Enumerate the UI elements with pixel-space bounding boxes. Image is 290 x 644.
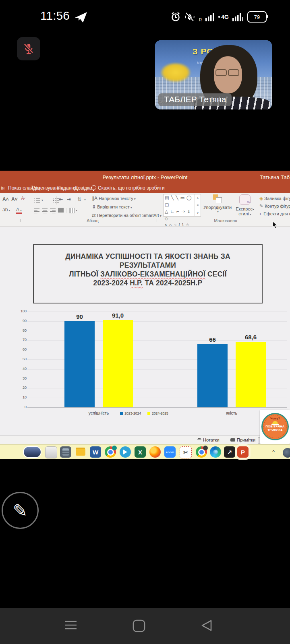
- y-axis-tick: 90: [16, 319, 27, 323]
- line-spacing-button[interactable]: ⇅: [77, 196, 81, 202]
- shrink-font-button[interactable]: A˅: [11, 196, 18, 202]
- slide-title-line-2: РЕЗУЛЬТАТАМИ: [34, 261, 262, 270]
- tab-help[interactable]: Довідка: [75, 185, 92, 191]
- slide-title-line-1: ДИНАМІКА УСПІШНОСТІ ТА ЯКОСТІ ЗНАНЬ ЗА: [34, 252, 262, 261]
- status-icons: R 4G 79: [171, 10, 267, 23]
- tell-me-box[interactable]: Скажіть, що потрібно зробити: [98, 185, 165, 191]
- paragraph-dialog-launcher[interactable]: [154, 219, 157, 222]
- gridline: [27, 312, 287, 312]
- y-axis-tick: 60: [16, 347, 27, 351]
- pencil-icon: ✎: [13, 500, 28, 521]
- taskbar-icon-stocks[interactable]: ↗: [224, 446, 235, 458]
- convert-smartart-button[interactable]: ⇄ Перетворити на об'єкт SmartArt▾: [92, 213, 162, 218]
- decrease-indent-button[interactable]: ⇤: [59, 196, 63, 202]
- shape-outline-button[interactable]: ✎ Контур фігур: [259, 203, 290, 209]
- clock: 11:56: [40, 9, 70, 23]
- bar-data-label: 91,0: [103, 312, 133, 319]
- taskbar-icon-chrome-teal-badge[interactable]: [105, 446, 116, 458]
- comments-button[interactable]: Примітки: [230, 438, 255, 442]
- mic-muted-button[interactable]: [17, 37, 40, 60]
- alert-text-line-2: ТРИВОГА: [263, 428, 288, 432]
- alert-question: Чому?: [263, 417, 288, 420]
- bar-2024-2025-успішність: [103, 320, 133, 407]
- shapes-row-2[interactable]: △ ∟ ⌐ ⇒ ⇓ ◇: [165, 208, 194, 222]
- taskbar-icon-label: X: [138, 449, 142, 456]
- annotate-pencil-button[interactable]: ✎: [2, 492, 39, 529]
- line-spacing-caret[interactable]: ▾: [84, 198, 86, 201]
- participant-video-tile[interactable]: З РОКИ Р Мелітопольського держа імені Бо…: [155, 40, 272, 109]
- bullets-button[interactable]: [34, 198, 40, 203]
- powerpoint-status-bar: Нотатки Примітки: [0, 436, 290, 445]
- legend-swatch: [147, 412, 150, 415]
- text-highlight-button[interactable]: ab▾: [2, 207, 10, 213]
- shapes-gallery[interactable]: ▤ ╲ ╲ ▭ ◯ ▢ △ ∟ ⌐ ⇒ ⇓ ◇ ϶ ∩ ~ { } ☆ ∧ ≡ …: [163, 194, 201, 217]
- bar-data-label: 90: [64, 313, 95, 320]
- y-axis-tick: 100: [16, 309, 27, 313]
- group-label-drawing: Малювання: [193, 218, 258, 223]
- taskbar-icon-label: W: [93, 449, 98, 456]
- signal-bars-1: [205, 12, 214, 21]
- ribbon-tab-bar: ія Показ слайдів Рецензування Подання До…: [0, 184, 290, 193]
- slide-title-box[interactable]: ДИНАМІКА УСПІШНОСТІ ТА ЯКОСТІ ЗНАНЬ ЗА Р…: [33, 244, 263, 303]
- participant-name-label: ТАБЛЕР Тетяна: [158, 93, 232, 106]
- taskbar-icon-snipping-tool[interactable]: ✂: [180, 446, 192, 458]
- increase-indent-button[interactable]: ⇥: [67, 196, 71, 202]
- shape-effects-icon: ◐: [259, 211, 262, 217]
- shapes-row-1[interactable]: ▤ ╲ ╲ ▭ ◯ ▢: [165, 194, 194, 208]
- taskbar-icon-calculator[interactable]: [60, 446, 71, 458]
- tab-animation-truncated[interactable]: ія: [1, 185, 4, 191]
- columns-button[interactable]: [69, 208, 75, 213]
- scroll-more-icon[interactable]: ≡: [197, 204, 199, 207]
- taskbar-icon-chrome-dark-badge[interactable]: [196, 446, 207, 458]
- back-button[interactable]: [200, 619, 213, 632]
- taskbar-icon-start-weather[interactable]: [23, 446, 41, 458]
- android-navbar: [0, 608, 290, 644]
- home-button[interactable]: [132, 619, 146, 633]
- taskbar-icon-powerpoint[interactable]: P: [237, 446, 249, 458]
- legend-swatch: [120, 412, 123, 415]
- align-right-button[interactable]: [50, 208, 56, 213]
- taskbar-icon-zoom[interactable]: zoom: [164, 446, 176, 458]
- comments-icon: [230, 438, 235, 442]
- tab-view[interactable]: Подання: [57, 185, 77, 191]
- arrange-button[interactable]: Упорядкувати ▾: [203, 193, 232, 213]
- scroll-down-icon[interactable]: ∨: [197, 211, 199, 215]
- y-axis-tick: 30: [16, 376, 27, 380]
- recents-button[interactable]: [64, 619, 78, 631]
- taskbar-icon-firefox[interactable]: [149, 446, 161, 458]
- taskbar-icon-app-box[interactable]: [45, 446, 57, 458]
- shape-effects-button[interactable]: ◐ Ефекти для ф: [259, 211, 290, 217]
- participant-glasses: [215, 69, 240, 75]
- taskbar-icon-edge[interactable]: [210, 446, 221, 458]
- tray-chevron-icon[interactable]: ^: [272, 449, 275, 455]
- taskbar-icon-excel[interactable]: X: [135, 446, 146, 458]
- clear-formatting-button[interactable]: A̷: [21, 196, 24, 201]
- columns-caret[interactable]: ▾: [76, 208, 77, 212]
- bar-data-label: 66: [197, 336, 228, 343]
- notes-button[interactable]: Нотатки: [197, 438, 220, 442]
- shape-fill-button[interactable]: ◈ Заливка фігур: [259, 196, 290, 201]
- air-raid-alert-widget[interactable]: Чому? ПОВІТРЯНА ТРИВОГА: [260, 410, 290, 444]
- taskbar-icon-telegram[interactable]: [120, 446, 131, 458]
- taskbar-icon-folder[interactable]: [75, 446, 86, 458]
- bullets-caret[interactable]: ▾: [41, 198, 43, 202]
- justify-button[interactable]: [58, 208, 64, 213]
- slide-title-line-3: ЛІТНЬОЇ ЗАЛІКОВО-ЕКЗАМЕНАЦІЙНОЇ СЕСІЇ: [34, 270, 262, 279]
- align-center-button[interactable]: [42, 208, 48, 213]
- tray-app-icon[interactable]: [283, 448, 290, 458]
- grow-font-button[interactable]: A˄: [2, 196, 9, 202]
- taskbar-icon-word[interactable]: W: [90, 446, 101, 458]
- align-left-button[interactable]: [34, 208, 39, 213]
- font-color-button[interactable]: A▾: [16, 207, 22, 214]
- shapes-gallery-scroll[interactable]: ∧ ≡ ∨: [195, 194, 201, 216]
- quick-styles-button[interactable]: Експрес- стилі▾: [233, 193, 257, 216]
- y-axis-tick: 80: [16, 328, 27, 332]
- taskbar-icon-label: zoom: [166, 450, 174, 454]
- text-direction-button[interactable]: ∥A Напрямок тексту▾: [92, 196, 136, 201]
- scroll-up-icon[interactable]: ∧: [197, 196, 199, 200]
- align-text-button[interactable]: ⇕ Вирівняти текст▾: [92, 204, 132, 210]
- bar-2023-2024-успішність: [64, 321, 95, 407]
- numbering-caret[interactable]: ▾: [53, 198, 54, 202]
- account-name: Татьяна Таб: [260, 174, 290, 180]
- font-dialog-launcher[interactable]: [18, 219, 21, 222]
